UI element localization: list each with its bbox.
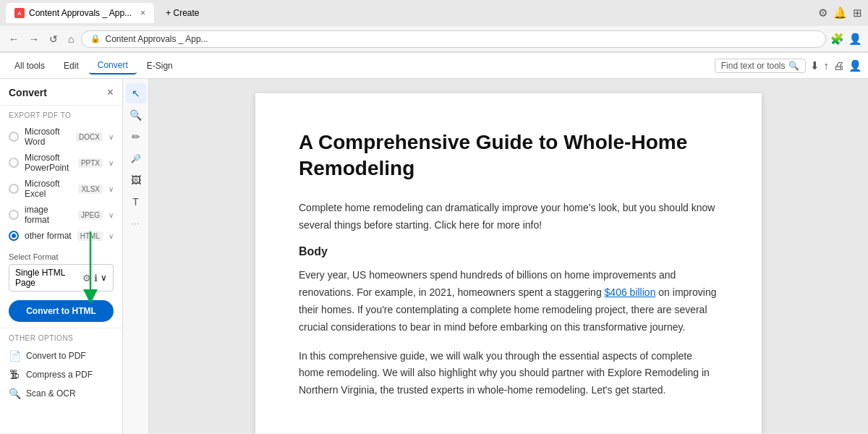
tool-cursor-btn[interactable]: ↖ xyxy=(126,83,146,103)
scan-ocr-label: Scan & OCR xyxy=(26,388,76,399)
toolbar-print-btn[interactable]: 🖨 xyxy=(833,59,844,72)
profile-btn[interactable]: 👤 xyxy=(848,33,862,46)
export-section: EXPORT PDF TO Microsoft Word DOCX ∨ Micr… xyxy=(0,106,122,247)
export-word-option[interactable]: Microsoft Word DOCX ∨ xyxy=(9,124,114,150)
export-ppt-chevron[interactable]: ∨ xyxy=(109,159,114,167)
reload-btn[interactable]: ↺ xyxy=(46,30,61,48)
export-other-label: other format xyxy=(25,231,72,241)
address-text: Content Approvals _ App... xyxy=(105,34,208,44)
tool-more-btn[interactable]: ··· xyxy=(126,213,146,234)
nav-bar: ← → ↺ ⌂ 🔒 Content Approvals _ App... 🧩 👤 xyxy=(0,26,868,52)
convert-to-pdf-item[interactable]: 📄 Convert to PDF xyxy=(9,346,114,365)
export-image-badge: JPEG xyxy=(78,210,103,220)
format-info-btn[interactable]: ℹ xyxy=(94,273,98,284)
search-tools-input[interactable]: Find text or tools 🔍 xyxy=(715,59,806,73)
compress-pdf-label: Compress a PDF xyxy=(26,370,93,380)
forward-btn[interactable]: → xyxy=(26,30,42,48)
search-icon: 🔍 xyxy=(788,61,799,71)
export-section-label: EXPORT PDF TO xyxy=(9,111,114,119)
export-excel-chevron[interactable]: ∨ xyxy=(109,185,114,193)
select-format-label: Select Format xyxy=(9,252,114,261)
panel-header: Convert × xyxy=(0,79,122,106)
toolbar-esign[interactable]: E-Sign xyxy=(138,58,182,74)
new-tab[interactable]: + Create xyxy=(157,3,208,23)
content-title: A Comprehensive Guide to Whole-Home Remo… xyxy=(299,129,718,182)
export-word-badge: DOCX xyxy=(76,132,103,142)
content-para2: In this comprehensive guide, we will wal… xyxy=(299,348,718,399)
export-ppt-option[interactable]: Microsoft PowerPoint PPTX ∨ xyxy=(9,150,114,176)
compress-pdf-item[interactable]: 🗜 Compress a PDF xyxy=(9,365,114,384)
convert-panel: Convert × EXPORT PDF TO Microsoft Word D… xyxy=(0,79,123,433)
browser-settings-btn[interactable]: ⚙ xyxy=(818,7,827,20)
icon-toolbar: ↖ 🔍 ✏ 🔎 🖼 T ··· xyxy=(123,79,149,433)
other-options-section: OTHER OPTIONS 📄 Convert to PDF 🗜 Compres… xyxy=(0,328,122,406)
export-image-label: image format xyxy=(25,205,72,225)
toolbar-convert[interactable]: Convert xyxy=(89,57,137,75)
tool-text-btn[interactable]: T xyxy=(126,192,146,212)
content-para1-link[interactable]: $406 billion xyxy=(605,286,656,298)
pdf-page: A Comprehensive Guide to Whole-Home Remo… xyxy=(255,93,762,433)
content-section1-title: Body xyxy=(299,245,718,258)
format-dropdown-value: Single HTML Page xyxy=(15,268,82,288)
convert-to-pdf-label: Convert to PDF xyxy=(26,351,86,361)
tool-image-btn[interactable]: 🖼 xyxy=(126,170,146,190)
export-ppt-badge: PPTX xyxy=(78,158,103,168)
export-word-radio[interactable] xyxy=(9,132,19,142)
scan-ocr-item[interactable]: 🔍 Scan & OCR xyxy=(9,384,114,403)
export-excel-radio[interactable] xyxy=(9,184,19,194)
browser-grid-btn[interactable]: ⊞ xyxy=(853,7,862,20)
active-tab[interactable]: A Content Approvals _ App... × xyxy=(6,3,154,23)
toolbar-save-btn[interactable]: ⬇ xyxy=(810,59,820,72)
browser-minimize-btn[interactable]: 🔔 xyxy=(833,7,847,20)
tab-label: Content Approvals _ App... xyxy=(29,8,132,18)
back-btn[interactable]: ← xyxy=(6,30,22,48)
export-image-option[interactable]: image format JPEG ∨ xyxy=(9,202,114,228)
home-btn[interactable]: ⌂ xyxy=(65,30,77,48)
toolbar-share-btn[interactable]: ↑ xyxy=(824,59,830,72)
compress-pdf-icon: 🗜 xyxy=(9,369,20,380)
format-chevron-icon: ∨ xyxy=(101,273,107,284)
export-image-chevron[interactable]: ∨ xyxy=(109,211,114,219)
content-intro: Complete home remodeling can dramaticall… xyxy=(299,200,718,234)
tab-close-btn[interactable]: × xyxy=(140,8,145,18)
search-tools-label: Find text or tools xyxy=(721,61,786,71)
content-area: A Comprehensive Guide to Whole-Home Remo… xyxy=(149,79,868,433)
export-excel-label: Microsoft Excel xyxy=(25,179,72,199)
panel-close-btn[interactable]: × xyxy=(107,86,114,99)
export-excel-option[interactable]: Microsoft Excel XLSX ∨ xyxy=(9,176,114,202)
content-para1: Every year, US homeowners spend hundreds… xyxy=(299,267,718,336)
export-other-badge: HTML xyxy=(77,231,103,241)
export-other-chevron[interactable]: ∨ xyxy=(109,232,114,240)
convert-to-pdf-icon: 📄 xyxy=(9,350,20,362)
scan-ocr-icon: 🔍 xyxy=(9,388,20,399)
export-image-radio[interactable] xyxy=(9,210,19,220)
panel-title: Convert xyxy=(9,87,47,98)
select-format-section: Select Format Single HTML Page ⚙ ℹ ∨ xyxy=(0,247,122,294)
toolbar-account-btn[interactable]: 👤 xyxy=(848,59,862,72)
export-excel-badge: XLSX xyxy=(78,184,103,194)
app-toolbar: All tools Edit Convert E-Sign Find text … xyxy=(0,53,868,79)
tool-pen-btn[interactable]: ✏ xyxy=(126,127,146,147)
main-layout: Convert × EXPORT PDF TO Microsoft Word D… xyxy=(0,79,868,433)
convert-to-html-btn[interactable]: Convert to HTML xyxy=(9,300,114,322)
export-other-option[interactable]: other format HTML ∨ xyxy=(9,228,114,244)
other-options-label: OTHER OPTIONS xyxy=(9,334,114,342)
toolbar-edit[interactable]: Edit xyxy=(55,58,88,74)
toolbar-all-tools[interactable]: All tools xyxy=(6,58,54,74)
export-other-radio[interactable] xyxy=(9,231,19,241)
export-word-label: Microsoft Word xyxy=(25,127,70,147)
address-bar[interactable]: 🔒 Content Approvals _ App... xyxy=(81,30,826,48)
new-tab-label: + Create xyxy=(166,8,199,18)
tab-bar: A Content Approvals _ App... × + Create … xyxy=(0,0,868,26)
tool-zoom-out-btn[interactable]: 🔎 xyxy=(126,148,146,169)
tool-zoom-in-btn[interactable]: 🔍 xyxy=(126,105,146,125)
format-dropdown[interactable]: Single HTML Page ⚙ ℹ ∨ xyxy=(9,264,114,292)
export-ppt-label: Microsoft PowerPoint xyxy=(25,153,72,173)
ext-btn[interactable]: 🧩 xyxy=(830,33,844,46)
export-ppt-radio[interactable] xyxy=(9,158,19,168)
tab-favicon: A xyxy=(14,8,25,18)
format-settings-btn[interactable]: ⚙ xyxy=(82,273,91,284)
export-word-chevron[interactable]: ∨ xyxy=(109,133,114,141)
